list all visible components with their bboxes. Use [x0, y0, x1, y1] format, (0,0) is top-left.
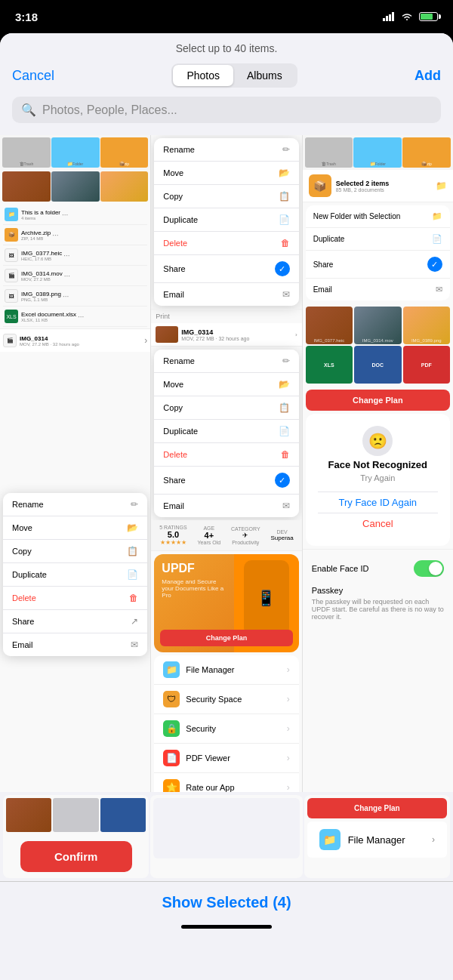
email-option[interactable]: Email ✉ [3, 633, 147, 656]
list-item[interactable]: 📦 Archive.zipZIP, 14 MB ··· [3, 225, 147, 245]
confirm-area-left: Confirm [3, 795, 149, 878]
chevron-icon-pdf: › [287, 753, 290, 763]
confirm-button[interactable]: Confirm [20, 841, 132, 872]
share-option-mid[interactable]: Share ✓ [154, 255, 298, 283]
phone-mockup: 📱 [244, 560, 289, 636]
share-option[interactable]: Share ↗ [3, 610, 147, 633]
img0314-bottom [6, 798, 51, 832]
rename-option[interactable]: Rename ✏ [3, 493, 147, 516]
delete-icon: 🗑 [129, 593, 138, 603]
email-option-r[interactable]: Email ✉ [306, 279, 450, 300]
pdf-thumb[interactable]: PDF [403, 346, 450, 384]
duplicate-option-mid[interactable]: Duplicate 📄 [154, 208, 298, 232]
svg-rect-2 [389, 14, 391, 21]
new-folder-option[interactable]: New Folder with Selection 📁 [306, 205, 450, 228]
share-check-mid2: ✓ [275, 473, 290, 488]
try-face-id-button[interactable]: Try Face ID Again [318, 492, 438, 513]
trash-thumb-r: 🗑Trash [305, 137, 353, 168]
header: Select up to 40 items. Cancel Photos Alb… [0, 33, 453, 135]
heic-icon: 🖼 [5, 248, 18, 262]
pdf-viewer-item[interactable]: 📄 PDF Viewer › [154, 744, 298, 773]
folder-icon: 📁 [5, 208, 18, 221]
search-bar[interactable]: 🔍 Photos, People, Places... [12, 97, 441, 123]
img0314-row[interactable]: 🎬 IMG_0314MOV, 27.2 MB · 32 hours ago › [0, 328, 150, 352]
chevron-icon: › [287, 664, 290, 675]
xlsx-thumb[interactable]: XLS [306, 346, 353, 384]
share-check-mid: ✓ [275, 261, 290, 276]
docx-thumb[interactable]: DOC [354, 346, 401, 384]
status-icons [383, 11, 438, 23]
chevron-right-icon: › [144, 335, 147, 346]
email-option-mid2[interactable]: Email ✉ [154, 495, 298, 517]
img-meta-mid: MOV, 272 MB · 32 hours ago [181, 336, 295, 341]
middle-top-context-menu: Rename ✏ Move 📂 Copy 📋 Duplicate 📄 [154, 138, 298, 306]
move-icon-mid2: 📂 [279, 379, 290, 390]
right-grid-thumbs: IMG_0377.heic IMG_0314.mov IMG_0389.png … [303, 304, 453, 387]
list-item[interactable]: 📁 This is a folder4 items ··· [3, 205, 147, 225]
delete-option-mid[interactable]: Delete 🗑 [154, 232, 298, 255]
duplicate-option-mid2[interactable]: Duplicate 📄 [154, 420, 298, 443]
cancel-button[interactable]: Cancel [12, 68, 54, 84]
face-cancel-button[interactable]: Cancel [318, 513, 438, 534]
add-button[interactable]: Add [414, 68, 441, 84]
left-panel: 🗑Trash 📁Folder 📦zip [0, 135, 151, 792]
duplicate-option[interactable]: Duplicate 📄 [3, 563, 147, 587]
rate-app-item[interactable]: ⭐ Rate our App › [154, 773, 298, 792]
search-icon: 🔍 [21, 103, 36, 117]
dev-col: DEV Superaa [270, 529, 293, 541]
heic-thumb[interactable]: IMG_0377.heic [306, 307, 353, 344]
rename-option-mid2[interactable]: Rename ✏ [154, 350, 298, 373]
selected-subtitle: 85 MB, 2 documents [336, 187, 390, 193]
nav-bar: Cancel Photos Albums Add [12, 63, 441, 88]
email-icon-mid: ✉ [282, 289, 290, 300]
copy-option[interactable]: Copy 📋 [3, 540, 147, 563]
email-option-mid[interactable]: Email ✉ [154, 283, 298, 306]
albums-tab[interactable]: Albums [233, 65, 296, 86]
folder-thumb-r: 📁Folder [353, 137, 402, 168]
delete-option-mid2[interactable]: Delete 🗑 [154, 443, 298, 467]
mov-thumb[interactable]: IMG_0314.mov [354, 307, 401, 344]
chevron-icon-s: › [287, 723, 290, 734]
img-icon: 🎬 [3, 334, 17, 347]
file-manager-row[interactable]: 📁 File Manager › [307, 821, 447, 858]
move-option[interactable]: Move 📂 [3, 516, 147, 540]
share-option-mid2[interactable]: Share ✓ [154, 467, 298, 495]
list-item[interactable]: 🎬 IMG_0314.movMOV, 27.2 MB ··· [3, 266, 147, 286]
move-option-mid2[interactable]: Move 📂 [154, 373, 298, 396]
security-item[interactable]: 🔒 Security › [154, 714, 298, 744]
selected-title: Selected 2 items [336, 180, 390, 187]
png-thumb[interactable]: IMG_0389.png [403, 307, 450, 344]
rename-option-mid[interactable]: Rename ✏ [154, 138, 298, 162]
img0314-mid-row[interactable]: IMG_0314MOV, 272 MB · 32 hours ago › [151, 323, 301, 347]
ratings-col: 5 RATINGS 5.0 ★★★★★ [159, 525, 186, 546]
share-option-r[interactable]: Share ✓ [306, 251, 450, 279]
security-space-item[interactable]: 🛡 Security Space › [154, 685, 298, 714]
move-option-mid[interactable]: Move 📂 [154, 162, 298, 185]
show-selected-button[interactable]: Show Selected (4) [162, 894, 291, 911]
copy-option-mid[interactable]: Copy 📋 [154, 185, 298, 208]
right-menu-items: New Folder with Selection 📁 Duplicate 📄 … [306, 205, 450, 300]
list-item[interactable]: 🖼 IMG_0377.heicHEIC, 17.6 MB ··· [3, 245, 147, 266]
menu-list: 📁 File Manager › 🛡 Security Space › 🔒 Se… [154, 655, 298, 792]
duplicate-option-r[interactable]: Duplicate 📄 [306, 228, 450, 251]
list-item[interactable]: 🖼 IMG_0389.pngPNG, 1.1 MB ··· [3, 286, 147, 307]
enable-face-id-section: Enable Face ID Passkey The passkey will … [303, 549, 453, 627]
fm-chevron-icon: › [432, 834, 435, 845]
delete-option[interactable]: Delete 🗑 [3, 587, 147, 610]
new-folder-icon: 📁 [436, 180, 447, 191]
passkey-desc: The passkey will be requested on each UP… [312, 598, 444, 621]
stars: ★★★★★ [159, 539, 186, 546]
pdf-icon: 📄 [163, 750, 180, 766]
home-indicator [181, 925, 272, 929]
print-label: Print [151, 309, 301, 323]
enable-face-id-row: Enable Face ID [312, 556, 444, 581]
app-store-info: 5 RATINGS 5.0 ★★★★★ AGE 4+ Years Old CAT… [151, 520, 301, 551]
list-item[interactable]: XLS Excel document.xlsxXLSX, 11 KB ··· [3, 307, 147, 327]
photos-tab[interactable]: Photos [173, 65, 233, 86]
bottom-section: Confirm Change Plan 📁 File Manager › [0, 792, 453, 881]
face-id-toggle[interactable] [414, 560, 444, 577]
change-plan-bottom[interactable]: Change Plan [307, 798, 447, 818]
copy-option-mid2[interactable]: Copy 📋 [154, 396, 298, 420]
change-plan-right[interactable]: Change Plan [306, 390, 450, 411]
file-manager-item[interactable]: 📁 File Manager › [154, 655, 298, 685]
